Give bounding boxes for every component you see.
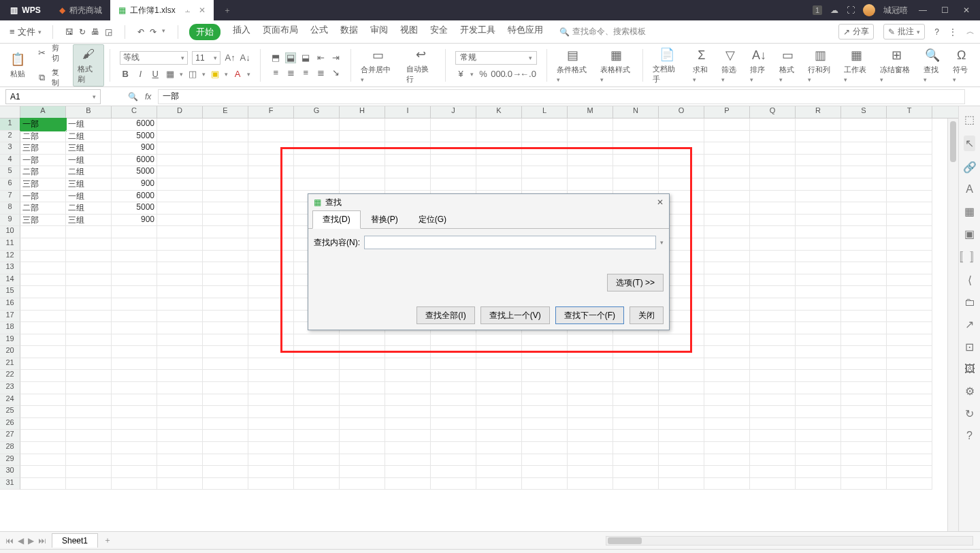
cell[interactable] <box>66 430 112 442</box>
cell[interactable] <box>796 286 841 298</box>
cell[interactable] <box>796 131 841 143</box>
cell[interactable] <box>476 370 522 382</box>
col-header-F[interactable]: F <box>248 106 294 118</box>
cell[interactable] <box>887 382 932 394</box>
cell[interactable] <box>659 382 704 394</box>
col-header-I[interactable]: I <box>385 106 431 118</box>
cell[interactable] <box>248 406 294 418</box>
col-header-H[interactable]: H <box>340 106 385 118</box>
cell[interactable] <box>66 394 112 407</box>
cell[interactable]: 三部 <box>20 142 66 155</box>
cell[interactable] <box>66 454 112 467</box>
cell[interactable] <box>704 358 750 370</box>
preview-icon[interactable]: ◲ <box>105 27 112 37</box>
help-icon[interactable]: ? <box>934 27 939 37</box>
cell[interactable] <box>248 466 294 478</box>
cell[interactable] <box>659 394 704 407</box>
cell[interactable] <box>20 322 66 334</box>
cell[interactable] <box>340 131 385 143</box>
cell[interactable] <box>704 238 750 251</box>
cell[interactable] <box>248 215 294 227</box>
cell[interactable] <box>476 442 522 454</box>
scrollbar-thumb[interactable] <box>950 121 956 162</box>
sum-button[interactable]: Σ求和▾ <box>689 46 715 84</box>
share2-icon[interactable]: ↗ <box>965 318 974 331</box>
cell[interactable] <box>431 442 476 454</box>
cell[interactable] <box>476 346 522 358</box>
increase-decimal-icon[interactable]: .0→ <box>508 69 519 80</box>
cell[interactable] <box>157 251 203 263</box>
font-color-icon[interactable]: A <box>232 69 243 80</box>
cell[interactable] <box>385 118 431 131</box>
cell[interactable] <box>431 346 476 358</box>
cell[interactable] <box>887 430 932 442</box>
cell[interactable] <box>887 466 932 478</box>
decrease-decimal-icon[interactable]: ←.0 <box>523 69 534 80</box>
cell[interactable] <box>750 298 796 311</box>
cell[interactable] <box>294 358 340 370</box>
col-header-O[interactable]: O <box>659 106 704 118</box>
col-header-R[interactable]: R <box>796 106 841 118</box>
bold-icon[interactable]: B <box>120 69 131 80</box>
cell[interactable] <box>704 131 750 143</box>
cell[interactable] <box>704 226 750 238</box>
freeze-button[interactable]: ⊞冻结窗格▾ <box>876 46 917 84</box>
cell[interactable] <box>248 262 294 274</box>
dialog-tab[interactable]: 替换(P) <box>361 210 408 229</box>
cell[interactable] <box>704 178 750 191</box>
cell[interactable] <box>659 430 704 442</box>
cell[interactable] <box>431 358 476 370</box>
cell[interactable] <box>294 334 340 347</box>
cell[interactable] <box>157 142 203 155</box>
cell[interactable] <box>796 238 841 251</box>
cell[interactable] <box>704 118 750 131</box>
merge-button[interactable]: ▭ 合并居中 ▾ <box>357 46 399 84</box>
cell[interactable] <box>248 274 294 287</box>
cell[interactable] <box>431 370 476 382</box>
cell[interactable] <box>659 334 704 347</box>
cell[interactable] <box>248 131 294 143</box>
cell[interactable] <box>112 418 157 430</box>
image-icon[interactable]: 🖼 <box>964 363 975 375</box>
tab-docer[interactable]: ◆ 稻壳商城 <box>51 0 110 20</box>
cell[interactable] <box>522 334 568 347</box>
cell[interactable] <box>887 358 932 370</box>
cell[interactable] <box>522 346 568 358</box>
cell[interactable] <box>568 358 613 370</box>
cell[interactable] <box>157 346 203 358</box>
cell[interactable] <box>203 155 248 167</box>
col-header-S[interactable]: S <box>841 106 887 118</box>
cell[interactable] <box>112 286 157 298</box>
cell[interactable] <box>476 454 522 467</box>
cell[interactable] <box>112 322 157 334</box>
dialog-action-button[interactable]: 关闭 <box>630 306 664 324</box>
cell[interactable]: 一部 <box>20 118 66 131</box>
cell[interactable] <box>796 418 841 430</box>
cell[interactable] <box>476 142 522 155</box>
sheet-first-icon[interactable]: ⏮ <box>5 536 14 546</box>
cell[interactable] <box>248 118 294 131</box>
cell[interactable] <box>613 478 659 490</box>
cell[interactable] <box>841 166 887 178</box>
row-header[interactable]: 23 <box>0 382 20 394</box>
cell[interactable] <box>522 142 568 155</box>
cell[interactable] <box>522 454 568 467</box>
menu-tab-公式[interactable]: 公式 <box>310 24 328 40</box>
cell[interactable] <box>796 298 841 311</box>
cell[interactable] <box>112 466 157 478</box>
menu-tab-开始[interactable]: 开始 <box>189 24 220 40</box>
cell[interactable] <box>203 454 248 467</box>
cell[interactable] <box>20 358 66 370</box>
col-header-P[interactable]: P <box>704 106 750 118</box>
font-name-select[interactable]: 等线 ▾ <box>120 51 188 65</box>
underline-icon[interactable]: U <box>150 69 161 80</box>
gallery-icon[interactable]: 🗀 <box>964 296 975 309</box>
cell[interactable] <box>704 274 750 287</box>
table-style-button[interactable]: ▦表格样式▾ <box>596 46 637 84</box>
cell[interactable]: 900 <box>112 215 157 227</box>
cell[interactable] <box>704 142 750 155</box>
cell-shape-icon[interactable]: ◫ <box>187 69 198 80</box>
cell[interactable] <box>704 191 750 203</box>
cell[interactable] <box>796 370 841 382</box>
cell[interactable] <box>248 298 294 311</box>
